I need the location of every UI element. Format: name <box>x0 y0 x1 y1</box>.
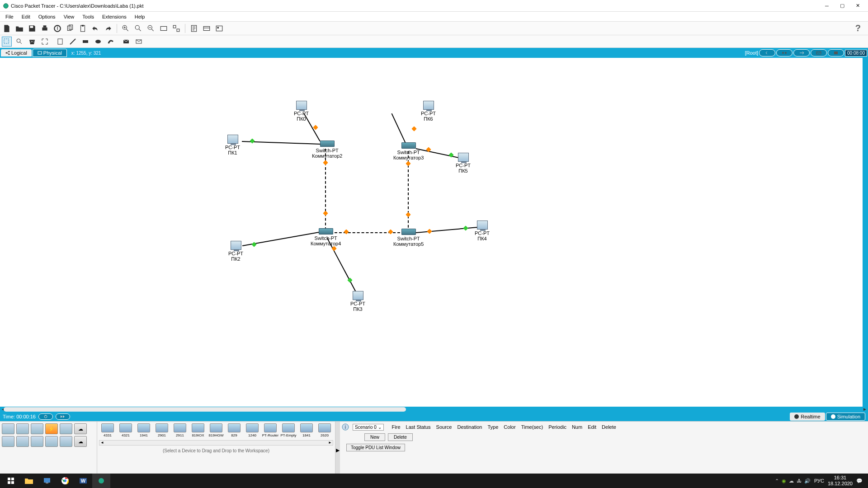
subcategory-routers[interactable] <box>2 436 14 447</box>
resize-tool-icon[interactable] <box>40 37 50 47</box>
category-end-devices[interactable] <box>16 423 29 434</box>
device-model-item[interactable]: 2620 <box>316 423 333 437</box>
physical-tab[interactable]: Physical <box>33 49 67 57</box>
copy-icon[interactable] <box>65 23 75 33</box>
draw-freeform-icon[interactable] <box>106 37 116 47</box>
new-file-icon[interactable] <box>2 23 12 33</box>
tray-nvidia-icon[interactable]: ◉ <box>782 478 786 484</box>
device-model-item[interactable]: 4321 <box>117 423 134 437</box>
zoom-in-icon[interactable] <box>121 23 131 33</box>
subcategory-switches[interactable] <box>16 436 29 447</box>
device-model-item[interactable]: 819IOX <box>189 423 207 437</box>
maximize-button[interactable]: ▢ <box>835 0 850 11</box>
new-scenario-button[interactable]: New <box>364 433 385 441</box>
tray-up-icon[interactable]: ⌃ <box>775 478 779 484</box>
delete-scenario-button[interactable]: Delete <box>388 433 413 441</box>
redo-icon[interactable] <box>103 23 113 33</box>
logical-tab[interactable]: Logical <box>1 49 32 56</box>
link-sw5-pc4[interactable] <box>416 227 479 233</box>
device-pc6[interactable]: PC-PT ПК6 <box>421 101 436 122</box>
menu-file[interactable]: File <box>2 13 17 20</box>
menu-options[interactable]: Options <box>35 13 59 20</box>
realtime-mode-button[interactable]: Realtime <box>790 413 825 421</box>
close-button[interactable]: ✕ <box>850 0 865 11</box>
device-model-item[interactable]: 1240 <box>244 423 261 437</box>
nav-viewport-button[interactable] <box>828 49 844 56</box>
taskbar-chrome[interactable] <box>56 474 74 488</box>
device-model-item[interactable]: 1841 <box>298 423 315 437</box>
subcategory-wan[interactable]: ☁ <box>74 436 87 447</box>
device-model-item[interactable]: 2901 <box>153 423 170 437</box>
link-pc6-sw3[interactable] <box>392 113 407 146</box>
taskbar-word[interactable]: W <box>74 474 92 488</box>
taskbar-app1[interactable] <box>38 474 56 488</box>
inspect-tool-icon[interactable] <box>14 37 24 47</box>
device-sw3[interactable]: Switch-PT Коммутатор3 <box>393 142 424 160</box>
open-file-icon[interactable] <box>14 23 24 33</box>
minimize-button[interactable]: ─ <box>819 0 835 11</box>
network-description-icon[interactable] <box>189 23 199 33</box>
device-scrollbar[interactable] <box>99 440 333 446</box>
delete-tool-icon[interactable] <box>27 37 37 47</box>
tray-clock[interactable]: 16:31 18.12.2020 <box>828 475 853 487</box>
device-model-item[interactable]: 829 <box>226 423 243 437</box>
scenario-selector[interactable]: Scenario 0 ⌄ <box>353 424 384 431</box>
menu-extensions[interactable]: Extensions <box>99 13 130 20</box>
category-components[interactable] <box>31 423 43 434</box>
draw-ellipse-icon[interactable] <box>93 37 103 47</box>
device-pc5[interactable]: PC-PT ПК5 <box>456 153 471 174</box>
tray-volume-icon[interactable]: 🔊 <box>804 478 811 484</box>
zoom-reset-icon[interactable] <box>133 23 143 33</box>
viewport-icon[interactable] <box>202 23 212 33</box>
save-icon[interactable] <box>27 23 37 33</box>
category-network-devices[interactable] <box>2 423 14 434</box>
nav-back-button[interactable] <box>759 49 775 56</box>
device-model-item[interactable]: 1941 <box>135 423 152 437</box>
menu-tools[interactable]: Tools <box>79 13 98 20</box>
device-pc4[interactable]: PC-PT ПК4 <box>475 221 490 241</box>
activity-wizard-icon[interactable]: i <box>52 23 62 33</box>
zoom-out-icon[interactable] <box>146 23 156 33</box>
undo-icon[interactable] <box>90 23 100 33</box>
device-pc0[interactable]: PC-PT ПК0 <box>294 101 309 122</box>
draw-line-icon[interactable] <box>68 37 78 47</box>
simulation-mode-button[interactable]: Simulation <box>826 413 865 421</box>
category-connections[interactable]: ⚡ <box>45 423 58 434</box>
print-icon[interactable] <box>40 23 50 33</box>
device-model-item[interactable]: 819HGW <box>208 423 225 437</box>
category-multiuser[interactable]: ☁ <box>74 423 87 434</box>
tray-network-icon[interactable]: 🖧 <box>797 478 802 484</box>
simple-pdu-icon[interactable] <box>121 37 131 47</box>
place-note-icon[interactable] <box>55 37 65 47</box>
device-sw4[interactable]: Switch-PT Коммутатор4 <box>311 228 341 246</box>
nav-cluster-button[interactable] <box>776 49 793 56</box>
subcategory-wireless[interactable] <box>45 436 58 447</box>
start-button[interactable] <box>2 474 20 488</box>
custom-devices-icon[interactable] <box>171 23 181 33</box>
device-model-item[interactable]: PT-Empty <box>280 423 297 437</box>
drawing-palette-icon[interactable] <box>159 23 169 33</box>
menu-help[interactable]: Help <box>131 13 149 20</box>
device-pc3[interactable]: PC-PT ПК3 <box>350 291 365 312</box>
power-cycle-button[interactable] <box>38 413 53 420</box>
scroll-right-arrow[interactable]: ► <box>863 407 867 412</box>
tray-language[interactable]: РУС <box>814 478 824 483</box>
device-model-item[interactable]: 2911 <box>171 423 189 437</box>
paste-icon[interactable] <box>78 23 88 33</box>
link-sw4-pc3[interactable] <box>327 238 357 294</box>
horizontal-scrollbar[interactable]: ◄ ► <box>0 407 868 412</box>
toggle-pdu-list-button[interactable]: Toggle PDU List Window <box>346 444 405 451</box>
device-pc1[interactable]: PC-PT ПК1 <box>225 135 240 155</box>
help-icon[interactable]: ? <box>850 23 866 33</box>
vertical-scrollbar[interactable] <box>863 58 868 407</box>
complex-pdu-icon[interactable] <box>134 37 144 47</box>
menu-edit[interactable]: Edit <box>18 13 34 20</box>
panel-expand-handle[interactable]: ▶ <box>335 422 340 479</box>
subcategory-hubs[interactable] <box>31 436 43 447</box>
select-tool-icon[interactable] <box>2 37 12 47</box>
scroll-thumb[interactable] <box>4 407 406 412</box>
environment-icon[interactable] <box>214 23 224 33</box>
subcategory-security[interactable] <box>60 436 72 447</box>
tray-onedrive-icon[interactable]: ☁ <box>789 478 794 484</box>
workspace-canvas[interactable]: PC-PT ПК0 PC-PT ПК6 PC-PT ПК1 Switch-PT … <box>0 58 868 407</box>
